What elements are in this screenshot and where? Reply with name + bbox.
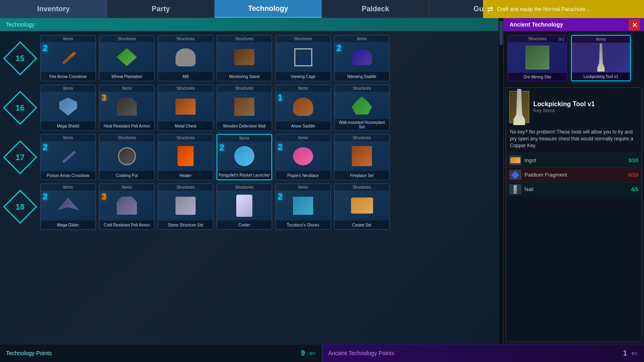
notice-bar: ⇄ Craft and equip the Normal Parachute..… [483, 0, 644, 18]
mill-icon [175, 48, 196, 66]
tech-points-label: Technology Points [6, 350, 297, 356]
tech-card-mega-glider[interactable]: Items 2 Mega Glider [40, 183, 96, 230]
ore-mine-icon [525, 45, 549, 70]
cooking-icon [118, 147, 136, 165]
tech-card-metal-chest[interactable]: Structures Metal Chest [158, 84, 213, 131]
armor-icon [117, 98, 137, 116]
ancient-points-value: 1 [623, 349, 627, 358]
stone-icon [175, 197, 196, 215]
detail-subtitle: Key Items [533, 108, 638, 113]
main-layout: Technology 15 Items 2 Fire Arrow Crossbo… [0, 18, 644, 344]
plant-icon [352, 97, 372, 115]
cooler-icon [236, 195, 252, 217]
requirements-list: Ingot 3/10 Paldium Fragment 0/10 [506, 153, 642, 196]
req-nail-name: Nail [524, 186, 628, 192]
ancient-grid: Structures Ore Mining Site 0/1 Items Loc… [504, 31, 644, 85]
detail-icon [509, 91, 529, 123]
fireplace-icon [352, 146, 372, 166]
ancient-points-label: Ancient Technology Points [328, 350, 619, 356]
tech-card-mega-shield[interactable]: Items Mega Shield [40, 84, 96, 131]
ingot-icon [510, 157, 520, 163]
rocket-icon [234, 146, 254, 166]
ancient-card-ore-mine[interactable]: Structures Ore Mining Site 0/1 [508, 35, 567, 81]
tech-card-stone-set[interactable]: Structures Stone Structure Set [158, 183, 213, 230]
lockpick-large-icon [510, 89, 529, 125]
gloves-icon [293, 197, 313, 215]
tech-row-15: 15 Items 2 Fire Arrow Crossbow Structure… [40, 35, 494, 81]
tech-card-carpet[interactable]: Structures Carpet Set [334, 183, 390, 230]
tech-points-area: Technology Points 9 ⇐ [0, 344, 322, 362]
tech-card-viewing-cage[interactable]: Structures Viewing Cage [275, 35, 331, 81]
glider-icon [57, 197, 79, 214]
wood-wall-icon [234, 98, 254, 116]
req-ingot-count: 3/10 [628, 157, 638, 163]
scrollbar-thumb[interactable] [500, 21, 503, 45]
paldium-icon [511, 171, 519, 179]
poison-arrow-icon [58, 147, 78, 165]
arrows-icon: ⇄ [487, 5, 493, 14]
chest-icon [175, 99, 196, 115]
tab-inventory[interactable]: Inventory [0, 0, 107, 18]
necklace-icon [293, 147, 313, 165]
req-item-paldium: Paldium Fragment 0/10 [506, 167, 642, 182]
level-badge-18: 18 [3, 189, 37, 224]
req-item-nail: Nail 4/5 [506, 182, 642, 196]
tech-card-nitewing[interactable]: Items 2 Nitewing Saddle [334, 35, 390, 81]
tech-card-cooking-pot[interactable]: Structures Cooking Pot [99, 134, 155, 180]
level-badge-16: 16 [3, 90, 37, 125]
lockpick-icon [595, 43, 607, 72]
tech-card-rocket[interactable]: Items 2 Pengullet's Rocket Launcher [217, 134, 272, 180]
tech-row-18: 18 Items 2 Mega Glider Items 3 [40, 183, 494, 230]
tech-row-17: 17 Items 2 Poison Arrow Crossbow Structu… [40, 134, 494, 180]
req-ingot-name: Ingot [524, 157, 625, 163]
req-paldium-name: Paldium Fragment [524, 172, 625, 178]
shield-icon [59, 98, 77, 116]
tech-card-gloves[interactable]: Items 2 Tocotoco's Gloves [275, 183, 331, 230]
cage-icon [294, 48, 312, 66]
carpet-icon [351, 197, 373, 214]
tech-card-heat-armor[interactable]: Items 3 Heat Resistant Pelt Armor [99, 84, 155, 131]
tech-card-fire-arrow[interactable]: Items 2 Fire Arrow Crossbow [40, 35, 96, 81]
req-item-ingot: Ingot 3/10 [506, 153, 642, 167]
tab-technology[interactable]: Technology [215, 0, 322, 18]
tech-points-value: 9 [301, 349, 305, 358]
tab-party[interactable]: Party [107, 0, 215, 18]
close-button[interactable]: ✕ [629, 19, 640, 31]
tech-rows: 15 Items 2 Fire Arrow Crossbow Structure… [0, 31, 498, 234]
nail-icon [514, 185, 517, 194]
item-detail-panel: Lockpicking Tool v1 Key Items No key? No… [506, 87, 642, 342]
tech-card-poison-arrow[interactable]: Items 2 Poison Arrow Crossbow [40, 134, 96, 180]
req-paldium-count: 0/10 [628, 172, 638, 178]
tech-card-cold-armor[interactable]: Items 3 Cold Resistant Pelt Armor [99, 183, 155, 230]
tech-card-heater[interactable]: Structures Heater [158, 134, 213, 180]
tech-card-arsox[interactable]: Items 1 Arsox Saddle [275, 84, 331, 131]
tech-card-wood-wall[interactable]: Structures Wooden Defensive Wall [217, 84, 272, 131]
tech-card-cooler[interactable]: Structures Cooler [217, 183, 272, 230]
ancient-points-area: Ancient Technology Points 1 ⇐ [322, 344, 644, 362]
top-navigation: Inventory Party Technology Paldeck Guild… [0, 0, 644, 18]
scrollbar[interactable] [498, 18, 503, 344]
ancient-card-lockpick[interactable]: Items Lockpicking Tool v1 [571, 35, 631, 81]
level-badge-15: 15 [3, 41, 37, 75]
ancient-points-arrow-icon[interactable]: ⇐ [631, 348, 638, 358]
level-badge-17: 17 [3, 140, 37, 174]
cold-armor-icon [117, 197, 137, 215]
tech-row-16: 16 Items Mega Shield Items 3 Heat Resist [40, 84, 494, 131]
tech-card-houseplant[interactable]: Structures Wall-mounted Houseplant Set [334, 84, 390, 131]
detail-header: Lockpicking Tool v1 Key Items [506, 88, 642, 126]
req-nail-count: 4/5 [631, 186, 638, 192]
ore-mine-counter: 0/1 [559, 37, 565, 41]
detail-title: Lockpicking Tool v1 [533, 101, 638, 108]
tech-card-fireplace[interactable]: Structures Fireplace Set [334, 134, 390, 180]
tech-card-monitoring[interactable]: Structures Monitoring Stand [217, 35, 272, 81]
arsox-icon [293, 98, 313, 116]
tab-paldeck[interactable]: Paldeck [322, 0, 429, 18]
tech-points-arrow-icon[interactable]: ⇐ [309, 348, 316, 358]
saddle-icon [352, 49, 372, 65]
tech-card-mill[interactable]: Structures Mill [158, 35, 213, 81]
tech-card-necklace[interactable]: Items 2 Flopie's Necklace [275, 134, 331, 180]
tech-tree-area: Technology 15 Items 2 Fire Arrow Crossbo… [0, 18, 498, 344]
fire-arrow-icon [58, 48, 78, 66]
tech-card-wheat[interactable]: Structures Wheat Plantation [99, 35, 155, 81]
bottom-bar: Technology Points 9 ⇐ Ancient Technology… [0, 344, 644, 362]
